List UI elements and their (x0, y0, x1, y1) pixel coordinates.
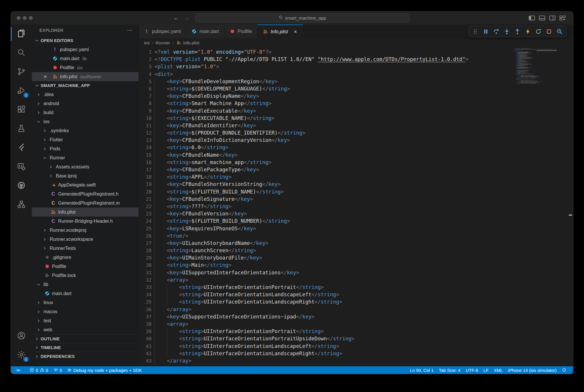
status-item-cursor-position[interactable]: Ln 50, Col 1 (407, 366, 436, 374)
activity-item-search[interactable] (11, 43, 32, 62)
status-count: 0 (36, 368, 38, 373)
tab-info-plist[interactable]: Info.plist✕ (257, 25, 303, 38)
back-button[interactable]: ← (173, 15, 179, 21)
step-out-button[interactable] (513, 27, 522, 36)
activity-item-extensions[interactable] (11, 100, 32, 119)
activity-item-explorer[interactable] (11, 25, 32, 43)
step-into-button[interactable] (502, 27, 512, 36)
code-token: < (179, 284, 182, 290)
tree-item-linux[interactable]: linux (32, 298, 138, 307)
breadcrumb-item-ios[interactable]: ios (144, 40, 150, 45)
code-editor[interactable]: 1<?xml version="1.0" encoding="UTF-8"?>2… (139, 47, 573, 366)
tab-podfile[interactable]: Podfile (224, 25, 257, 38)
status-item-eol[interactable]: LF (481, 366, 491, 374)
code-token: </ (204, 203, 210, 209)
status-item-feedback[interactable]: 0 (51, 366, 65, 374)
tree-item-podfile[interactable]: Podfile (32, 262, 138, 271)
status-item-remote-indicator[interactable]: >< (14, 366, 27, 374)
tree-item-assets-xcassets[interactable]: Assets.xcassets (32, 162, 138, 171)
activity-item-run-and-debug[interactable]: 1 (11, 81, 32, 100)
code-token: > (179, 240, 182, 246)
tree-item-test[interactable]: test (32, 316, 138, 325)
section-header-dependencies[interactable]: DEPENDENCIES (32, 352, 138, 360)
tree-item-base-lproj[interactable]: Base.lproj (32, 171, 138, 180)
open-devtools-button[interactable] (555, 27, 564, 36)
status-item-tab-size[interactable]: Tab Size: 4 (436, 366, 463, 374)
tree-item-info-plist[interactable]: Info.plist (32, 208, 138, 217)
breadcrumb-item-info-plist[interactable]: Info.plist (176, 40, 200, 45)
more-actions-icon[interactable]: ⋯ (127, 27, 133, 34)
open-editor-item[interactable]: !pubspec.yaml (32, 45, 138, 54)
tree-item-flutter[interactable]: Flutter (32, 135, 138, 144)
command-center-search[interactable]: smart_machine_app (195, 13, 409, 22)
status-item-device[interactable]: iPhone 14 (ios simulator) (505, 366, 559, 374)
tree-item--idea[interactable]: .idea (32, 90, 138, 99)
section-header-timeline[interactable]: TIMELINE (32, 343, 138, 352)
code-token: > (179, 79, 182, 84)
zoom-button[interactable] (29, 16, 33, 20)
activity-item-settings[interactable]: 1 (11, 346, 32, 365)
activity-item-source-control[interactable] (11, 62, 32, 81)
tab-main-dart[interactable]: main.dart (186, 25, 225, 38)
code-line: 14<string>6.0</string> (139, 144, 573, 151)
project-root-header[interactable]: SMART_MACHINE_APP (32, 81, 138, 90)
tree-item-runner[interactable]: Runner (32, 153, 138, 162)
code-token: string (302, 284, 320, 290)
tree-item-android[interactable]: android (32, 99, 138, 108)
status-item-notifications[interactable] (559, 366, 569, 374)
toggle-panel-button[interactable] (539, 15, 545, 20)
tree-item-build[interactable]: build (32, 108, 138, 117)
stop-button[interactable] (544, 27, 554, 36)
tab-pubspec-yaml[interactable]: !pubspec.yaml (139, 25, 186, 38)
breadcrumb-item-runner[interactable]: Runner (156, 40, 170, 45)
tree-item-ios[interactable]: ios (32, 117, 138, 126)
close-icon[interactable]: ✕ (42, 74, 48, 79)
tree-item-macos[interactable]: macos (32, 307, 138, 316)
tree-item-podfile-lock[interactable]: Podfile.lock (32, 271, 138, 280)
tree-item-runner-xcworkspace[interactable]: Runner.xcworkspace (32, 235, 138, 244)
open-editor-item[interactable]: Podfileios (32, 63, 138, 72)
code-token: UIInterfaceOrientationPortrait (204, 284, 296, 290)
close-button[interactable] (17, 16, 20, 20)
status-item-language-mode[interactable]: XML (491, 366, 505, 374)
tree-item-generatedpluginregistrant-m[interactable]: CGeneratedPluginRegistrant.m (32, 198, 138, 208)
status-item-debug-session[interactable]: Debug my code + packages + SDK (65, 366, 144, 374)
toggle-primary-sidebar-button[interactable] (529, 15, 535, 20)
activity-item-github[interactable] (11, 176, 32, 195)
restart-button[interactable] (534, 27, 543, 36)
tree-item--gitignore[interactable]: .gitignore (32, 253, 138, 262)
minimap[interactable]: <?xml version="1.0" encoding="UTF-8"?><!… (514, 48, 559, 85)
activity-item-testing[interactable] (11, 119, 32, 138)
tree-item-appdelegate-swift[interactable]: AppDelegate.swift (32, 180, 138, 189)
tree-item-generatedpluginregistrant-h[interactable]: CGeneratedPluginRegistrant.h (32, 189, 138, 198)
hot-reload-button[interactable] (523, 27, 533, 36)
activity-item-account[interactable] (11, 327, 32, 346)
activity-item-flutter[interactable] (11, 138, 32, 157)
drag-grip-button[interactable] (471, 27, 480, 36)
step-over-button[interactable] (492, 27, 501, 36)
tree-item-runnertests[interactable]: RunnerTests (32, 244, 138, 253)
open-editor-item[interactable]: main.dartlib (32, 54, 138, 63)
plist-file-icon (52, 74, 58, 79)
tree-item--symlinks[interactable]: .symlinks (32, 126, 138, 135)
tree-item-runner-bridging-header-h[interactable]: CRunner-Bridging-Header.h (32, 217, 138, 226)
toggle-secondary-sidebar-button[interactable] (549, 15, 555, 20)
status-item-problems[interactable]: 00 (27, 366, 51, 374)
open-editors-header[interactable]: OPEN EDITORS (32, 36, 138, 45)
tree-item-lib[interactable]: lib (32, 280, 138, 289)
open-editor-item[interactable]: ✕Info.plistios/Runner (32, 72, 138, 81)
pause-button[interactable] (481, 27, 491, 36)
status-item-encoding[interactable]: UTF-8 (463, 366, 481, 374)
tree-item-pods[interactable]: Pods (32, 144, 138, 153)
activity-item-references[interactable] (11, 195, 32, 214)
tree-item-runner-xcodeproj[interactable]: Runner.xcodeproj (32, 226, 138, 235)
close-icon[interactable]: ✕ (294, 29, 297, 34)
scrollbar-marker[interactable] (569, 215, 572, 216)
activity-item-dart-devtools[interactable] (11, 157, 32, 176)
minimize-button[interactable] (23, 16, 27, 20)
forward-button[interactable]: → (184, 15, 190, 21)
section-header-outline[interactable]: OUTLINE (32, 334, 138, 343)
tree-item-main-dart[interactable]: main.dart (32, 289, 138, 298)
customize-layout-button[interactable] (559, 15, 566, 20)
tree-item-web[interactable]: web (32, 325, 138, 334)
